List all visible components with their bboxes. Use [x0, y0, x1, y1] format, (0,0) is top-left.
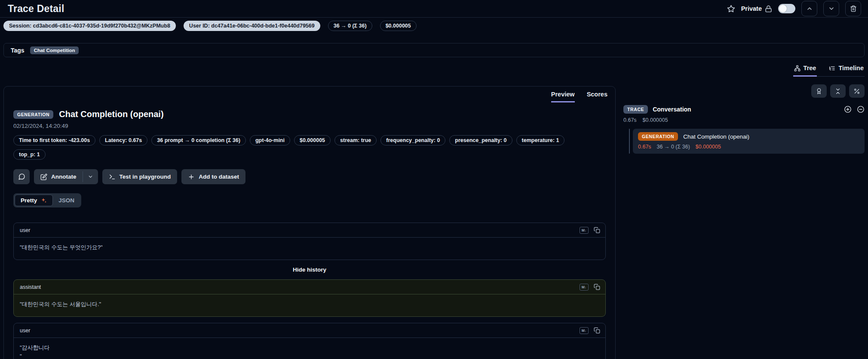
plus-icon [188, 173, 195, 180]
header-actions: Private [727, 1, 861, 16]
copy-icon[interactable] [594, 227, 600, 233]
test-in-playground-button[interactable]: Test in playground [102, 169, 178, 184]
generation-type-badge: GENERATION [13, 110, 53, 119]
delete-trace-button[interactable] [845, 1, 861, 16]
trace-stats: 0.67s $0.000005 [623, 117, 865, 123]
annotate-label: Annotate [51, 173, 77, 180]
collapse-nodes-button[interactable] [830, 84, 846, 98]
tab-timeline[interactable]: Timeline [828, 63, 865, 77]
percent-icon [853, 88, 860, 95]
scores-toggle-button[interactable] [811, 84, 827, 98]
messages-list: user M↓ "대한민국의 수도는 무엇인가요?" Hide history … [13, 223, 606, 359]
observation-panel: Preview Scores GENERATION Chat Completio… [3, 86, 616, 359]
toggle-knob [779, 5, 787, 12]
generation-node-title: Chat Completion (openai) [683, 133, 749, 140]
pretty-view-button[interactable]: Pretty [15, 195, 53, 206]
markdown-toggle-icon[interactable]: M↓ [580, 284, 589, 291]
view-tabs: Tree Timeline [793, 63, 865, 77]
message-box-assistant: assistant M↓ "대한민국의 수도는 서울입니다." [13, 279, 606, 317]
pretty-label: Pretty [21, 197, 37, 204]
trace-latency: 0.67s [623, 117, 637, 123]
spacer [13, 317, 606, 323]
chevron-up-icon [806, 5, 813, 12]
trace-meta-row: Session: cd3abcd6-c81c-4037-935d-19d9f27… [3, 21, 417, 31]
tree-node-wrap: GENERATION Chat Completion (openai) 0.67… [623, 129, 865, 154]
user-id-badge[interactable]: User ID: dc47a41e-06bc-400d-bde1-f0e440d… [184, 21, 320, 31]
message-role: user [20, 328, 30, 334]
sparkles-icon [40, 197, 47, 204]
tab-preview[interactable]: Preview [551, 91, 575, 102]
observation-tabs: Preview Scores [4, 87, 615, 102]
chevron-down-icon [88, 174, 93, 180]
trash-icon [850, 5, 857, 12]
json-view-button[interactable]: JSON [53, 195, 80, 206]
test-in-playground-label: Test in playground [120, 173, 171, 180]
session-badge[interactable]: Session: cd3abcd6-c81c-4037-935d-19d9f27… [3, 21, 176, 31]
tags-row: Tags Chat Competition [3, 43, 865, 57]
tree-icon [794, 65, 801, 71]
terminal-icon [109, 173, 116, 180]
observation-actions: Annotate Test in playground Add to datas… [13, 169, 606, 184]
metric-token-usage: 36 prompt → 0 completion (Σ 36) [151, 135, 246, 145]
message-header: user M↓ [14, 323, 605, 338]
trace-row-tools [844, 105, 865, 113]
tab-tree[interactable]: Tree [793, 63, 817, 77]
tag-chat-competition[interactable]: Chat Competition [30, 46, 79, 54]
metrics-toggle-button[interactable] [849, 84, 865, 98]
metric-time-to-first-token: Time to first token: -423.00s [13, 135, 95, 145]
trace-type-badge: TRACE [623, 105, 648, 114]
copy-icon[interactable] [594, 284, 600, 290]
expand-all-icon[interactable] [844, 105, 852, 113]
message-role: assistant [20, 284, 41, 290]
metric-model[interactable]: gpt-4o-mini [250, 135, 290, 145]
privacy-indicator: Private [741, 5, 772, 12]
star-icon[interactable] [727, 5, 735, 13]
metric-frequency-penalty: frequency_penalty: 0 [380, 135, 445, 145]
add-to-dataset-label: Add to dataset [199, 173, 239, 180]
trace-root-row[interactable]: TRACE Conversation [623, 105, 865, 114]
trace-cost: $0.000005 [643, 117, 668, 123]
node-token-usage: 36 → 0 (Σ 36) [657, 144, 690, 150]
trace-tree-sidebar: TRACE Conversation 0.67s $0.000005 GENER… [623, 84, 865, 154]
metric-badges: Time to first token: -423.00s Latency: 0… [13, 135, 606, 160]
message-tools: M↓ [580, 284, 600, 291]
metric-latency: Latency: 0.67s [99, 135, 147, 145]
markdown-toggle-icon[interactable]: M↓ [580, 227, 589, 234]
metric-presence-penalty: presence_penalty: 0 [449, 135, 512, 145]
message-content: "감사합니다 " [14, 338, 605, 359]
observation-timestamp: 02/12/2024, 14:20:49 [13, 123, 606, 129]
message-box-user-2: user M↓ "감사합니다 " [13, 323, 606, 359]
node-stats-row: 0.67s 36 → 0 (Σ 36) $0.000005 [638, 144, 859, 150]
copy-icon[interactable] [594, 327, 600, 334]
tags-label: Tags [11, 47, 25, 54]
node-latency: 0.67s [638, 144, 651, 150]
privacy-toggle[interactable] [778, 4, 795, 13]
next-trace-button[interactable] [823, 1, 839, 16]
generation-node-card[interactable]: GENERATION Chat Completion (openai) 0.67… [633, 129, 865, 154]
message-header: assistant M↓ [14, 280, 605, 294]
token-usage-badge: 36 → 0 (Σ 36) [328, 21, 372, 31]
tab-scores[interactable]: Scores [587, 91, 607, 102]
comments-button[interactable] [13, 169, 30, 184]
metric-top-p: top_p: 1 [13, 149, 46, 160]
add-to-dataset-button[interactable]: Add to dataset [181, 169, 245, 184]
lock-icon [765, 5, 772, 12]
format-toggle: Pretty JSON [13, 193, 81, 207]
annotate-pencil-icon [40, 173, 47, 180]
collapse-all-icon[interactable] [857, 105, 865, 113]
privacy-label: Private [741, 5, 762, 12]
annotate-button[interactable]: Annotate [34, 169, 83, 184]
hide-history-button[interactable]: Hide history [13, 266, 606, 273]
message-role: user [20, 227, 30, 233]
annotate-dropdown-button[interactable] [83, 169, 98, 184]
markdown-toggle-icon[interactable]: M↓ [580, 327, 589, 334]
message-box-user-1: user M↓ "대한민국의 수도는 무엇인가요?" [13, 223, 606, 260]
message-content: "대한민국의 수도는 무엇인가요?" [14, 238, 605, 260]
fold-vertical-icon [834, 88, 841, 95]
metric-stream: stream: true [334, 135, 377, 145]
timeline-icon [829, 65, 835, 71]
message-content: "대한민국의 수도는 서울입니다." [14, 294, 605, 316]
tree-toolbar [623, 84, 865, 98]
previous-trace-button[interactable] [801, 1, 817, 16]
page-header: Trace Detail Private [0, 0, 868, 18]
